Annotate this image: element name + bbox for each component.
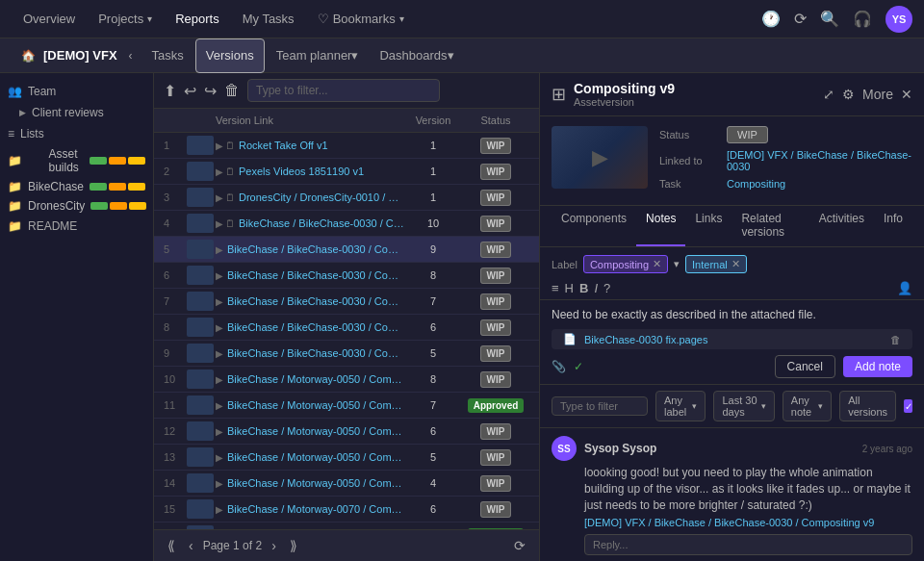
sidebar-asset-builds[interactable]: 📁 Asset builds	[0, 144, 153, 177]
any-note-dropdown[interactable]: Any note ▾	[783, 391, 832, 421]
any-label-dropdown[interactable]: Any label ▾	[655, 391, 706, 421]
nav-overview[interactable]: Overview	[12, 0, 87, 38]
check-icon[interactable]: ✓	[574, 360, 583, 373]
refresh-page-button[interactable]: ⟳	[510, 536, 529, 555]
table-row[interactable]: 11 ▶ BikeChase / Motorway-0050 / Composi…	[154, 393, 539, 419]
tab-info[interactable]: Info	[874, 206, 912, 246]
row-link[interactable]: BikeChase / BikeChase-0030 / Compositing…	[227, 243, 404, 255]
nav-projects[interactable]: Projects ▾	[87, 0, 164, 38]
table-row[interactable]: 14 ▶ BikeChase / Motorway-0050 / Composi…	[154, 471, 539, 497]
table-row[interactable]: 1 ▶ 🗒 Rocket Take Off v1 1 WIP	[154, 133, 539, 159]
internal-tag-remove[interactable]: ✕	[732, 258, 740, 270]
row-link[interactable]: BikeChase / Motorway-0050 / Compositing …	[227, 451, 404, 463]
settings-icon[interactable]: ⚙	[842, 87, 855, 102]
nav-bookmarks[interactable]: ♡ Bookmarks ▾	[306, 0, 416, 38]
table-row[interactable]: 5 ▶ BikeChase / BikeChase-0030 / Composi…	[154, 237, 539, 263]
row-link[interactable]: BikeChase / BikeChase-0030 / Compositing…	[227, 347, 404, 359]
project-selector[interactable]: 🏠 [DEMO] VFX ‹	[12, 42, 142, 68]
table-row[interactable]: 2 ▶ 🗒 Pexels Videos 1851190 v1 1 WIP	[154, 159, 539, 185]
delete-icon[interactable]: 🗑	[224, 82, 240, 99]
row-link[interactable]: BikeChase / Motorway-0050 / Compositing …	[227, 477, 404, 489]
task-value[interactable]: Compositing	[727, 178, 785, 190]
row-link[interactable]: Pexels Videos 1851190 v1	[239, 166, 404, 177]
row-link[interactable]: BikeChase / BikeChase-0030 / Compositing…	[239, 217, 404, 229]
linked-to-value[interactable]: [DEMO] VFX / BikeChase / BikeChase-0030	[727, 149, 912, 172]
sidebar-readme[interactable]: 📁 README	[0, 216, 153, 237]
tab-links[interactable]: Links	[685, 206, 732, 246]
tab-notes[interactable]: Notes	[636, 206, 685, 246]
bullets-icon[interactable]: ≡	[552, 281, 559, 295]
table-row[interactable]: 16 ▶ BikeChase / Motorway-0060 / Composi…	[154, 523, 539, 529]
redo-icon[interactable]: ↪	[204, 82, 217, 100]
tab-activities[interactable]: Activities	[809, 206, 874, 246]
comment-1-link[interactable]: [DEMO] VFX / BikeChase / BikeChase-0030 …	[584, 517, 912, 528]
project-collapse-icon[interactable]: ‹	[129, 49, 133, 63]
mention-icon[interactable]: 👤	[897, 281, 912, 295]
tab-related-versions[interactable]: Related versions	[732, 206, 808, 246]
table-row[interactable]: 9 ▶ BikeChase / BikeChase-0030 / Composi…	[154, 341, 539, 367]
help-icon[interactable]: ?	[603, 281, 610, 295]
table-row[interactable]: 12 ▶ BikeChase / Motorway-0050 / Composi…	[154, 419, 539, 445]
external-link-icon[interactable]: ⤢	[823, 87, 834, 102]
table-row[interactable]: 7 ▶ BikeChase / BikeChase-0030 / Composi…	[154, 289, 539, 315]
compositing-label-tag[interactable]: Compositing ✕	[583, 255, 668, 273]
sidebar-client-reviews[interactable]: ▶ Client reviews	[0, 102, 153, 123]
upload-icon[interactable]: ⬆	[164, 82, 176, 100]
tab-tasks[interactable]: Tasks	[142, 38, 193, 73]
more-label[interactable]: More	[862, 87, 893, 102]
prev-page-button[interactable]: ‹	[185, 536, 197, 555]
undo-icon[interactable]: ↩	[184, 82, 196, 100]
table-row[interactable]: 4 ▶ 🗒 BikeChase / BikeChase-0030 / Compo…	[154, 211, 539, 237]
row-link[interactable]: BikeChase / Motorway-0050 / Compositing …	[227, 373, 404, 385]
table-row[interactable]: 6 ▶ BikeChase / BikeChase-0030 / Composi…	[154, 263, 539, 289]
add-note-button[interactable]: Add note	[843, 356, 912, 377]
last-page-button[interactable]: ⟫	[286, 536, 301, 555]
first-page-button[interactable]: ⟪	[164, 536, 179, 555]
sidebar-bikechase[interactable]: 📁 BikeChase	[0, 177, 153, 196]
clock-icon[interactable]: 🕐	[761, 10, 781, 28]
all-versions-dropdown[interactable]: All versions	[839, 391, 896, 421]
tab-team-planner[interactable]: Team planner ▾	[267, 38, 369, 73]
row-link[interactable]: DronesCity / DronesCity-0010 / Compositi…	[239, 191, 404, 203]
last-days-dropdown[interactable]: Last 30 days ▾	[713, 391, 774, 421]
headset-icon[interactable]: 🎧	[853, 10, 872, 28]
delete-file-icon[interactable]: 🗑	[890, 334, 901, 345]
compositing-tag-remove[interactable]: ✕	[653, 258, 661, 270]
tab-versions[interactable]: Versions	[195, 38, 265, 73]
filter-input[interactable]	[247, 79, 440, 102]
versions-checkbox[interactable]: ✓	[904, 399, 912, 413]
row-link[interactable]: BikeChase / Motorway-0070 / Compositing …	[227, 503, 404, 515]
table-row[interactable]: 8 ▶ BikeChase / BikeChase-0030 / Composi…	[154, 315, 539, 341]
internal-label-tag[interactable]: Internal ✕	[685, 255, 747, 273]
nav-reports[interactable]: Reports	[164, 0, 231, 38]
heading-icon[interactable]: H	[565, 281, 574, 295]
nav-my-tasks[interactable]: My Tasks	[231, 0, 306, 38]
row-link[interactable]: BikeChase / Motorway-0050 / Compositing …	[227, 425, 404, 437]
attach-icon[interactable]: 📎	[552, 360, 566, 373]
tag-dropdown-icon[interactable]: ▾	[674, 258, 680, 270]
refresh-icon[interactable]: ⟳	[794, 10, 807, 28]
tab-components[interactable]: Components	[552, 206, 636, 246]
comment-1-reply[interactable]	[584, 534, 912, 555]
table-row[interactable]: 15 ▶ BikeChase / Motorway-0070 / Composi…	[154, 497, 539, 523]
avatar[interactable]: YS	[886, 6, 912, 33]
sidebar-dronescity[interactable]: 📁 DronesCity	[0, 196, 153, 216]
row-link[interactable]: BikeChase / Motorway-0050 / Compositing …	[227, 399, 404, 411]
tab-dashboards[interactable]: Dashboards ▾	[370, 38, 463, 73]
comment-filter-input[interactable]	[552, 396, 648, 416]
table-row[interactable]: 10 ▶ BikeChase / Motorway-0050 / Composi…	[154, 367, 539, 393]
sidebar-team[interactable]: 👥 Team	[0, 81, 153, 102]
row-link[interactable]: BikeChase / BikeChase-0030 / Compositing…	[227, 269, 404, 281]
row-link[interactable]: BikeChase / BikeChase-0030 / Compositing…	[227, 321, 404, 333]
row-link[interactable]: Rocket Take Off v1	[239, 140, 404, 151]
bold-icon[interactable]: B	[579, 281, 588, 295]
row-link[interactable]: BikeChase / BikeChase-0030 / Compositing…	[227, 295, 404, 307]
table-row[interactable]: 13 ▶ BikeChase / Motorway-0050 / Composi…	[154, 445, 539, 471]
table-row[interactable]: 3 ▶ 🗒 DronesCity / DronesCity-0010 / Com…	[154, 185, 539, 211]
cancel-button[interactable]: Cancel	[775, 355, 835, 378]
search-icon[interactable]: 🔍	[820, 10, 839, 28]
italic-icon[interactable]: I	[594, 281, 598, 295]
next-page-button[interactable]: ›	[268, 536, 280, 555]
sidebar-lists[interactable]: ≡ Lists	[0, 123, 153, 144]
close-icon[interactable]: ✕	[901, 87, 912, 102]
